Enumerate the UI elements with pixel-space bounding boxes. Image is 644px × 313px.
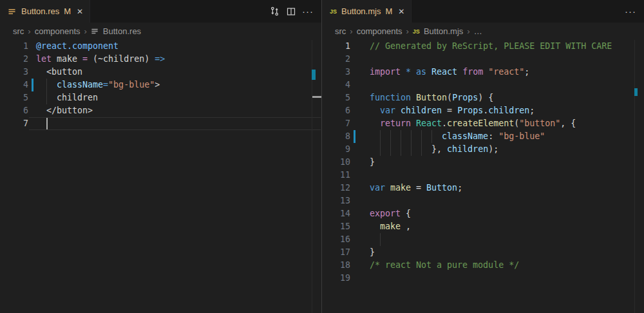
chevron-right-icon: › (350, 26, 352, 36)
open-changes-icon[interactable] (269, 6, 280, 17)
code-line-1[interactable]: 1// Generated by ReScript, PLEASE EDIT W… (322, 40, 644, 53)
code-line-16[interactable]: 16 (322, 233, 644, 246)
code-line-1[interactable]: 1@react.component (0, 40, 321, 53)
editor-group-right: JS Button.mjs M ✕ ··· src › components ›… (322, 0, 644, 313)
code-text: /* react Not a pure module */ (370, 259, 519, 272)
code-line-6[interactable]: 6 </button> (0, 104, 321, 117)
editor-actions-right: ··· (625, 0, 644, 23)
line-number: 3 (0, 66, 28, 79)
line-number: 19 (322, 272, 350, 285)
chevron-right-icon: › (467, 26, 469, 36)
code-line-3[interactable]: 3 <button (0, 66, 321, 79)
git-modified-badge: M (385, 6, 392, 16)
code-line-2[interactable]: 2 (322, 53, 644, 66)
breadcrumb-item-src[interactable]: src (13, 26, 24, 36)
code-line-4[interactable]: 4 className="bg-blue"> (0, 79, 321, 91)
gutter-modified-marker (32, 79, 33, 91)
breadcrumb-item-components[interactable]: components (357, 26, 402, 36)
code-lines: 1@react.component2let make = (~children)… (0, 40, 321, 130)
indent-guide (380, 233, 381, 246)
javascript-file-icon: JS (330, 8, 337, 15)
line-number: 15 (322, 220, 350, 233)
line-number: 1 (322, 40, 350, 53)
code-line-6[interactable]: 6 var children = Props.children; (322, 104, 644, 117)
code-text: return React.createElement("button", { (370, 117, 576, 130)
tab-button-mjs[interactable]: JS Button.mjs M ✕ (322, 0, 412, 23)
editor-group-left: Button.res M ✕ (0, 0, 322, 313)
javascript-file-icon: JS (413, 28, 420, 35)
code-line-10[interactable]: 10} (322, 156, 644, 169)
close-icon[interactable]: ✕ (398, 7, 404, 16)
code-text: // Generated by ReScript, PLEASE EDIT WI… (370, 40, 612, 53)
line-number: 11 (322, 169, 350, 182)
code-editor-right[interactable]: 1// Generated by ReScript, PLEASE EDIT W… (322, 40, 644, 313)
tab-label: Button.res (21, 6, 59, 16)
code-line-15[interactable]: 15 make , (322, 220, 644, 233)
overview-ruler-modified-mark (634, 88, 638, 96)
line-number: 16 (322, 233, 350, 246)
code-line-9[interactable]: 9 }, children); (322, 143, 644, 156)
overview-ruler-modified-mark (312, 70, 316, 80)
overview-ruler-border (312, 40, 312, 313)
code-text: export { (370, 207, 411, 220)
code-line-3[interactable]: 3import * as React from "react"; (322, 66, 644, 79)
vscode-editor-window: Button.res M ✕ (0, 0, 644, 313)
code-line-13[interactable]: 13 (322, 194, 644, 207)
breadcrumb-item-file[interactable]: Button.res (103, 26, 141, 36)
breadcrumb-item-file[interactable]: Button.mjs (424, 26, 463, 36)
more-actions-icon[interactable]: ··· (625, 8, 636, 15)
code-lines: 1// Generated by ReScript, PLEASE EDIT W… (322, 40, 644, 285)
code-text: children (36, 91, 98, 104)
code-text: </button> (36, 104, 93, 117)
code-text: <button (36, 66, 82, 79)
more-actions-icon[interactable]: ··· (302, 8, 314, 15)
line-number: 4 (0, 79, 28, 91)
breadcrumb-item-src[interactable]: src (335, 26, 346, 36)
code-text: } (370, 156, 375, 169)
tab-bar-left: Button.res M ✕ (0, 0, 321, 23)
code-line-5[interactable]: 5 children (0, 91, 321, 104)
line-number: 5 (0, 91, 28, 104)
gutter-modified-marker (354, 130, 355, 143)
code-line-17[interactable]: 17} (322, 246, 644, 259)
git-modified-badge: M (64, 6, 71, 16)
line-number: 17 (322, 246, 350, 259)
code-editor-left[interactable]: 1@react.component2let make = (~children)… (0, 40, 321, 313)
code-line-2[interactable]: 2let make = (~children) => (0, 53, 321, 66)
code-line-8[interactable]: 8 className: "bg-blue" (322, 130, 644, 143)
tab-label: Button.mjs (341, 6, 381, 16)
chevron-right-icon: › (84, 26, 87, 36)
tab-button-res[interactable]: Button.res M ✕ (0, 0, 90, 23)
line-number: 7 (0, 117, 28, 130)
text-cursor (46, 118, 48, 129)
chevron-right-icon: › (28, 26, 30, 36)
code-line-7[interactable]: 7 (0, 117, 321, 130)
code-line-5[interactable]: 5function Button(Props) { (322, 91, 644, 104)
code-text: function Button(Props) { (370, 91, 493, 104)
line-number: 13 (322, 194, 350, 207)
line-number: 8 (322, 130, 350, 143)
breadcrumb-left: src › components › Button.res (0, 23, 321, 40)
line-number: 14 (322, 207, 350, 220)
close-icon[interactable]: ✕ (77, 7, 83, 16)
code-text: }, children); (370, 143, 498, 156)
split-editor-icon[interactable] (286, 6, 296, 17)
overview-ruler-border (634, 40, 635, 313)
code-line-18[interactable]: 18/* react Not a pure module */ (322, 259, 644, 272)
breadcrumb-item-components[interactable]: components (35, 26, 80, 36)
chevron-right-icon: › (406, 26, 409, 36)
code-line-11[interactable]: 11 (322, 169, 644, 182)
code-line-14[interactable]: 14export { (322, 207, 644, 220)
code-line-4[interactable]: 4 (322, 79, 644, 91)
line-number: 3 (322, 66, 350, 79)
line-number: 12 (322, 182, 350, 194)
code-line-7[interactable]: 7 return React.createElement("button", { (322, 117, 644, 130)
rescript-file-icon (91, 27, 99, 35)
breadcrumb-right: src › components › JS Button.mjs › … (322, 23, 644, 40)
line-number: 6 (0, 104, 28, 117)
line-number: 1 (0, 40, 28, 53)
breadcrumb-item-symbol[interactable]: … (474, 26, 482, 36)
line-number: 7 (322, 117, 350, 130)
code-line-12[interactable]: 12var make = Button; (322, 182, 644, 194)
code-line-19[interactable]: 19 (322, 272, 644, 285)
